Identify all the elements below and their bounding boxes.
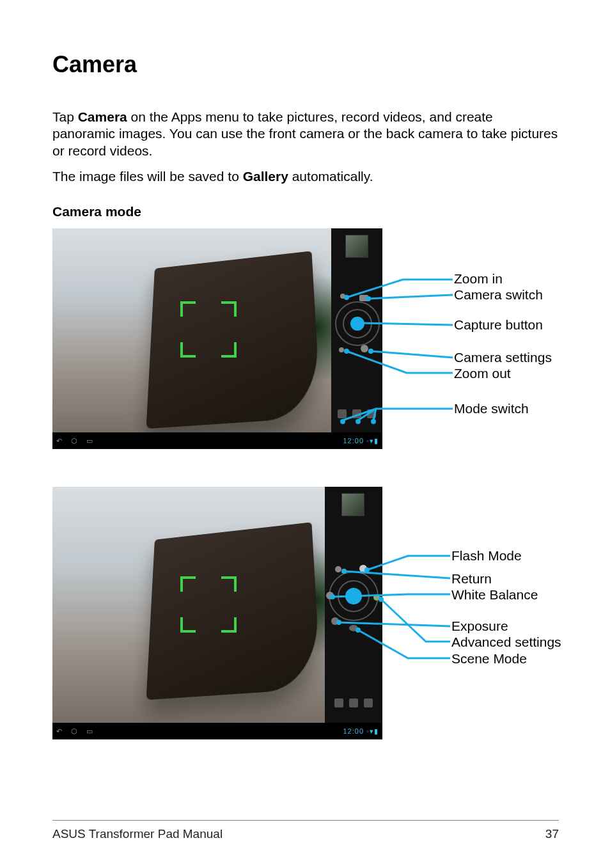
label-capture-button: Capture button [454, 317, 543, 333]
android-navbar-2: ↶ ⬡ ▭ 12:00 ◦▾▮ [52, 723, 382, 739]
label-zoom-in: Zoom in [454, 271, 503, 287]
flash-icon[interactable] [359, 565, 367, 572]
intro2-suffix: automatically. [288, 169, 373, 184]
mode-video-icon-2[interactable] [349, 698, 358, 707]
intro-suffix: on the Apps menu to take pictures, recor… [52, 109, 558, 158]
gallery-thumbnail[interactable] [345, 235, 368, 258]
gallery-thumbnail-2[interactable] [341, 493, 364, 516]
camera-settings-icon[interactable] [361, 345, 368, 352]
footer-page-number: 37 [545, 827, 559, 841]
label-return: Return [451, 571, 492, 587]
zoom-out-icon[interactable] [339, 347, 344, 352]
section-heading: Camera mode [52, 204, 559, 219]
figure-camera-settings: ↶ ⬡ ▭ 12:00 ◦▾▮ Flash Mode Return [52, 487, 559, 743]
focus-brackets [180, 301, 237, 358]
recents-icon[interactable]: ▭ [86, 437, 93, 445]
label-flash-mode: Flash Mode [451, 548, 522, 564]
home-icon-2[interactable]: ⬡ [71, 727, 77, 736]
figure-camera-mode: ↶ ⬡ ▭ 12:00 ◦▾▮ Zoom in [52, 228, 559, 452]
label-camera-switch: Camera switch [454, 287, 543, 303]
page-title: Camera [52, 51, 559, 78]
recents-icon-2[interactable]: ▭ [86, 727, 93, 736]
label-camera-settings: Camera settings [454, 349, 552, 365]
capture-button-2[interactable] [345, 588, 362, 604]
back-icon[interactable]: ↶ [56, 437, 62, 445]
camera-sidebar [331, 228, 382, 432]
intro2-gallery-bold: Gallery [243, 169, 288, 184]
mode-video-icon[interactable] [352, 409, 361, 418]
intro-prefix: Tap [52, 109, 78, 124]
mode-photo-icon[interactable] [338, 409, 347, 418]
label-white-balance: White Balance [451, 587, 538, 603]
android-navbar: ↶ ⬡ ▭ 12:00 ◦▾▮ [52, 432, 382, 449]
label-exposure: Exposure [451, 618, 508, 634]
focus-brackets-2 [180, 576, 237, 633]
footer-manual-title: ASUS Transformer Pad Manual [52, 827, 223, 841]
label-mode-switch: Mode switch [454, 400, 529, 416]
home-icon[interactable]: ⬡ [71, 437, 77, 445]
mode-pano-icon[interactable] [367, 409, 376, 418]
white-balance-icon[interactable] [326, 592, 334, 599]
camera-screenshot-1: ↶ ⬡ ▭ 12:00 ◦▾▮ [52, 228, 382, 449]
label-zoom-out: Zoom out [454, 365, 511, 381]
back-icon-2[interactable]: ↶ [56, 727, 62, 736]
zoom-in-icon[interactable] [340, 294, 345, 299]
camera-screenshot-2: ↶ ⬡ ▭ 12:00 ◦▾▮ [52, 487, 382, 739]
camera-sidebar-2 [325, 487, 382, 723]
page-footer: ASUS Transformer Pad Manual 37 [52, 820, 559, 841]
capture-button[interactable] [350, 317, 364, 331]
mode-pano-icon-2[interactable] [364, 698, 373, 707]
intro-paragraph: Tap Camera on the Apps menu to take pict… [52, 109, 559, 159]
camera-switch-icon[interactable] [359, 295, 368, 301]
status-time: 12:00 [343, 437, 364, 445]
scene-mode-icon[interactable] [349, 625, 358, 631]
label-advanced-settings: Advanced settings [451, 634, 561, 650]
return-icon[interactable] [335, 566, 341, 572]
exposure-icon[interactable] [331, 617, 339, 625]
mode-photo-icon-2[interactable] [334, 698, 343, 707]
status-time-2: 12:00 [343, 727, 364, 735]
intro-camera-bold: Camera [78, 109, 127, 124]
intro-paragraph-2: The image files will be saved to Gallery… [52, 168, 559, 185]
intro2-prefix: The image files will be saved to [52, 169, 243, 184]
label-scene-mode: Scene Mode [451, 651, 527, 667]
advanced-settings-icon[interactable] [373, 594, 380, 601]
